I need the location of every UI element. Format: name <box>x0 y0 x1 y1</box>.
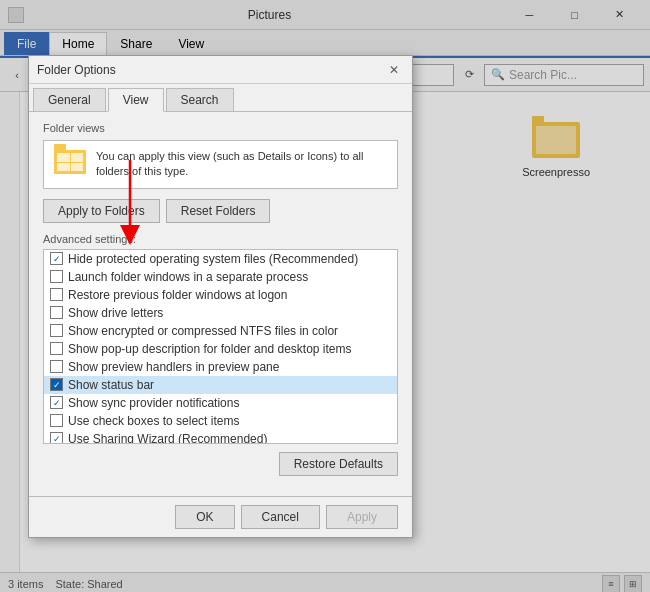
restore-btn-row: Restore Defaults <box>43 452 398 476</box>
checkbox-2[interactable] <box>50 288 63 301</box>
checkbox-4[interactable] <box>50 324 63 337</box>
setting-item-6[interactable]: Show preview handlers in preview pane <box>44 358 397 376</box>
setting-item-1[interactable]: Launch folder windows in a separate proc… <box>44 268 397 286</box>
setting-item-7[interactable]: Show status bar <box>44 376 397 394</box>
setting-text-8: Show sync provider notifications <box>68 396 239 410</box>
tab-view[interactable]: View <box>108 88 164 112</box>
advanced-settings-label: Advanced settings: <box>43 233 398 245</box>
ok-button[interactable]: OK <box>175 505 234 529</box>
checkbox-9[interactable] <box>50 414 63 427</box>
restore-defaults-button[interactable]: Restore Defaults <box>279 452 398 476</box>
checkbox-6[interactable] <box>50 360 63 373</box>
setting-text-7: Show status bar <box>68 378 154 392</box>
mini-folder-icon <box>54 150 86 178</box>
dialog-content: Folder views You can apply this view (su… <box>29 111 412 496</box>
checkbox-0[interactable] <box>50 252 63 265</box>
dialog-title: Folder Options <box>37 63 384 77</box>
mini-folder-grid <box>57 153 83 171</box>
folder-views-description: You can apply this view (such as Details… <box>96 149 387 180</box>
setting-text-5: Show pop-up description for folder and d… <box>68 342 352 356</box>
folder-views-label: Folder views <box>43 122 398 134</box>
views-buttons: Apply to Folders Reset Folders <box>43 199 398 223</box>
setting-item-4[interactable]: Show encrypted or compressed NTFS files … <box>44 322 397 340</box>
tab-search[interactable]: Search <box>166 88 234 111</box>
setting-item-9[interactable]: Use check boxes to select items <box>44 412 397 430</box>
setting-text-1: Launch folder windows in a separate proc… <box>68 270 308 284</box>
grid-cell-3 <box>57 163 70 172</box>
setting-item-8[interactable]: Show sync provider notifications <box>44 394 397 412</box>
checkbox-3[interactable] <box>50 306 63 319</box>
settings-list[interactable]: Hide protected operating system files (R… <box>43 249 398 444</box>
setting-item-3[interactable]: Show drive letters <box>44 304 397 322</box>
setting-text-6: Show preview handlers in preview pane <box>68 360 279 374</box>
folder-options-dialog: Folder Options ✕ General View Search Fol… <box>28 55 413 538</box>
setting-text-9: Use check boxes to select items <box>68 414 239 428</box>
checkbox-7[interactable] <box>50 378 63 391</box>
setting-text-0: Hide protected operating system files (R… <box>68 252 358 266</box>
reset-folders-button[interactable]: Reset Folders <box>166 199 271 223</box>
setting-text-4: Show encrypted or compressed NTFS files … <box>68 324 338 338</box>
apply-to-folders-button[interactable]: Apply to Folders <box>43 199 160 223</box>
apply-button[interactable]: Apply <box>326 505 398 529</box>
dialog-tabs: General View Search <box>29 84 412 111</box>
setting-text-10: Use Sharing Wizard (Recommended) <box>68 432 267 444</box>
setting-item-5[interactable]: Show pop-up description for folder and d… <box>44 340 397 358</box>
setting-item-10[interactable]: Use Sharing Wizard (Recommended) <box>44 430 397 444</box>
checkbox-8[interactable] <box>50 396 63 409</box>
checkbox-5[interactable] <box>50 342 63 355</box>
dialog-footer: OK Cancel Apply <box>29 496 412 537</box>
cancel-button[interactable]: Cancel <box>241 505 320 529</box>
dialog-close-button[interactable]: ✕ <box>384 60 404 80</box>
setting-text-2: Restore previous folder windows at logon <box>68 288 287 302</box>
grid-cell-1 <box>57 153 70 162</box>
dialog-titlebar: Folder Options ✕ <box>29 56 412 84</box>
checkbox-1[interactable] <box>50 270 63 283</box>
mini-folder-body <box>54 150 86 174</box>
setting-item-2[interactable]: Restore previous folder windows at logon <box>44 286 397 304</box>
grid-cell-2 <box>71 153 84 162</box>
grid-cell-4 <box>71 163 84 172</box>
setting-item-0[interactable]: Hide protected operating system files (R… <box>44 250 397 268</box>
checkbox-10[interactable] <box>50 432 63 444</box>
tab-general[interactable]: General <box>33 88 106 111</box>
setting-text-3: Show drive letters <box>68 306 163 320</box>
folder-views-box: You can apply this view (such as Details… <box>43 140 398 189</box>
